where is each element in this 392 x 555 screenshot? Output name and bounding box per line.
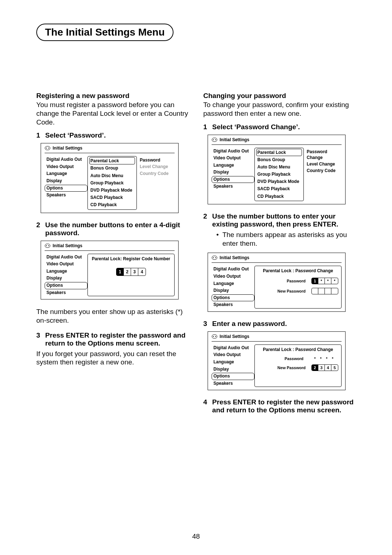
osd-body: Digital Audio Out Video Output Language … xyxy=(41,156,178,210)
mid-item: Auto Disc Menu xyxy=(256,163,302,171)
right-item: Password Change xyxy=(306,148,339,161)
digit-box xyxy=(331,288,338,294)
mask-dot: * xyxy=(314,356,315,361)
mid-item: DVD Playback Mode xyxy=(256,178,302,185)
sidebar-item: Language xyxy=(212,162,254,169)
sidebar-item: Display xyxy=(45,177,87,185)
svg-point-5 xyxy=(48,245,49,246)
step-number: 2 xyxy=(203,212,207,228)
sidebar-item: Digital Audio Out xyxy=(45,156,87,163)
content-columns: Registering a new password You must regi… xyxy=(36,92,356,416)
sidebar-item: Digital Audio Out xyxy=(45,254,87,261)
sidebar-item: Display xyxy=(212,366,254,373)
right-step-1: 1 Select ‘Password Change’. xyxy=(203,123,356,131)
sidebar-item: Speakers xyxy=(212,380,254,387)
mid-item: CD Playback xyxy=(89,201,135,208)
step-text: Select ‘Password Change’. xyxy=(212,123,356,131)
right-bullet: • The numbers appear as asterisks as you… xyxy=(216,230,356,248)
mask-dot: * xyxy=(320,356,322,361)
digit-box: 2 xyxy=(124,268,131,276)
svg-rect-6 xyxy=(212,138,217,142)
password-row: Password 1 * * * xyxy=(258,278,338,284)
sidebar-item: Video Output xyxy=(212,155,254,162)
osd-sidebar: Digital Audio Out Video Output Language … xyxy=(45,156,87,209)
password-label: Password xyxy=(258,279,307,283)
osd-sidebar: Digital Audio Out Video Output Language … xyxy=(45,254,87,297)
sidebar-item-selected: Options xyxy=(212,373,254,380)
new-password-label: New Password xyxy=(258,366,307,370)
osd-title-text: Initial Settings xyxy=(220,255,249,260)
mid-item: Group Playback xyxy=(256,171,302,178)
right-item: Country Code xyxy=(306,167,339,174)
right-intro: To change your password, confirm your ex… xyxy=(203,101,356,118)
sidebar-item-selected: Options xyxy=(212,176,254,183)
step-number: 3 xyxy=(36,331,40,347)
sidebar-item: Video Output xyxy=(212,351,254,359)
right-item-disabled: Level Change xyxy=(139,163,172,170)
osd-sidebar: Digital Audio Out Video Output Language … xyxy=(212,266,254,309)
svg-point-14 xyxy=(215,336,216,337)
mid-item: DVD Playback Mode xyxy=(89,187,135,194)
svg-point-2 xyxy=(48,148,49,148)
osd-title-text: Initial Settings xyxy=(53,243,82,248)
svg-rect-0 xyxy=(45,146,50,150)
osd-panel-select-password: Initial Settings Digital Audio Out Video… xyxy=(41,143,179,213)
password-change-panel: Parental Lock : Password Change Password… xyxy=(254,344,342,387)
digit-box: 4 xyxy=(138,268,146,276)
svg-point-7 xyxy=(213,139,214,140)
osd-panel-password-change-new: Initial Settings Digital Audio Out Video… xyxy=(208,331,346,391)
digit-box: 5 xyxy=(331,365,338,371)
step-number: 2 xyxy=(36,221,40,237)
sidebar-item: Speakers xyxy=(212,301,254,309)
password-masked: * * * * xyxy=(309,356,338,361)
page-number: 48 xyxy=(0,532,392,540)
osd-midcolumn: Parental Lock Bonus Group Auto Disc Menu… xyxy=(254,148,304,201)
svg-point-8 xyxy=(215,139,216,140)
mid-item-selected: Parental Lock xyxy=(256,149,302,156)
svg-point-10 xyxy=(213,257,214,258)
left-step-3: 3 Press ENTER to register the password a… xyxy=(36,331,189,347)
mid-item: SACD Playback xyxy=(256,185,302,192)
osd-title-row: Initial Settings xyxy=(41,241,178,249)
right-step-4: 4 Press ENTER to register the new passwo… xyxy=(203,398,356,414)
register-code-title: Parental Lock: Register Code Number xyxy=(90,256,172,261)
sidebar-item: Language xyxy=(212,280,254,287)
osd-body: Digital Audio Out Video Output Language … xyxy=(208,344,345,388)
mid-item: SACD Playback xyxy=(89,194,135,201)
sidebar-item-selected: Options xyxy=(45,185,87,192)
digit-box: 1 xyxy=(312,278,318,284)
chip-icon xyxy=(212,334,217,339)
sidebar-item: Digital Audio Out xyxy=(212,344,254,352)
svg-point-4 xyxy=(46,245,47,246)
sidebar-item: Video Output xyxy=(45,163,87,171)
osd-title-text: Initial Settings xyxy=(220,334,249,339)
osd-title-row: Initial Settings xyxy=(208,332,345,340)
password-change-title: Parental Lock : Password Change xyxy=(258,268,338,273)
right-step-3: 3 Enter a new password. xyxy=(203,320,356,328)
right-item-disabled: Country Code xyxy=(139,170,172,177)
osd-panel-select-password-change: Initial Settings Digital Audio Out Video… xyxy=(208,135,346,204)
mid-item-selected: Parental Lock xyxy=(89,157,135,164)
osd-panel-password-change-existing: Initial Settings Digital Audio Out Video… xyxy=(208,253,346,312)
sidebar-item-selected: Options xyxy=(45,282,87,289)
svg-point-13 xyxy=(213,336,214,337)
step-number: 3 xyxy=(203,320,207,328)
digit-box: * xyxy=(331,278,338,284)
osd-title-row: Initial Settings xyxy=(208,135,345,143)
sidebar-item: Display xyxy=(212,287,254,294)
osd-body: Digital Audio Out Video Output Language … xyxy=(41,254,178,297)
digit-box: 3 xyxy=(318,365,325,371)
password-digits: 1 * * * xyxy=(311,278,338,284)
sidebar-item: Display xyxy=(212,169,254,176)
digit-box xyxy=(318,288,325,294)
bullet-icon: • xyxy=(216,230,219,248)
left-note-after-step2: The numbers you enter show up as asteris… xyxy=(36,307,189,325)
osd-body: Digital Audio Out Video Output Language … xyxy=(208,266,345,309)
new-password-label: New Password xyxy=(258,289,307,293)
left-step-2: 2 Use the number buttons to enter a 4-di… xyxy=(36,221,189,237)
sidebar-item: Display xyxy=(45,275,87,282)
mid-item: Bonus Group xyxy=(256,156,302,163)
svg-point-1 xyxy=(46,148,47,148)
mid-item: Bonus Group xyxy=(89,164,135,172)
digit-box xyxy=(312,288,318,294)
